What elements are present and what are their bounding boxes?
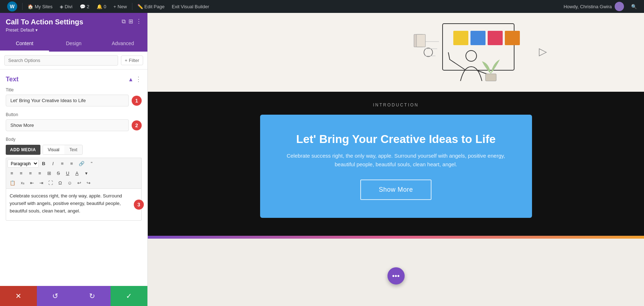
main-layout: Call To Action Settings Preset: Default …	[0, 13, 644, 306]
comment-count: 2	[87, 4, 89, 9]
justify-button[interactable]: ≡	[35, 169, 44, 177]
bold-button[interactable]: B	[39, 159, 48, 168]
toolbar-row3: 📋 x₂ ⇤ ⇥ ⛶ Ω ☺ ↩ ↪	[8, 179, 140, 187]
section-title: Text	[6, 76, 19, 83]
indent-left-button[interactable]: ⇤	[28, 179, 36, 187]
floating-menu-button[interactable]: •••	[387, 267, 405, 285]
text-color-button[interactable]: A	[73, 169, 81, 177]
wp-logo-item[interactable]: W	[4, 0, 20, 13]
subscript-button[interactable]: x₂	[18, 179, 27, 187]
search-input[interactable]	[4, 55, 118, 66]
paragraph-select[interactable]: Paragraph	[8, 159, 39, 168]
preview-area: INTRODUCTION Let' Bring Your Creative Id…	[148, 13, 644, 306]
exit-builder-label: Exit Visual Builder	[172, 4, 209, 9]
my-sites-item[interactable]: 🏠 My Sites	[25, 0, 55, 13]
grid-icon[interactable]: ⊞	[128, 18, 133, 25]
button-field-group: Button 2	[6, 112, 142, 131]
toolbar-row2: ≡ ≡ ≡ ≡ ⊞ S U A ▾	[8, 169, 140, 177]
align-center-button[interactable]: ≡	[17, 169, 25, 177]
expand-button[interactable]: ⛶	[46, 179, 55, 187]
ul-button[interactable]: ≡	[58, 159, 67, 168]
tab-content-label: Content	[16, 40, 33, 46]
visual-tab[interactable]: Visual	[43, 145, 64, 154]
new-label: New	[118, 4, 127, 9]
undo-editor-button[interactable]: ↩	[75, 179, 83, 187]
button-badge: 2	[132, 120, 142, 130]
button-field-label: Button	[6, 112, 142, 117]
window-icon[interactable]: ⧉	[122, 18, 126, 25]
title-input[interactable]	[6, 95, 129, 106]
more-icon[interactable]: ⋮	[136, 18, 142, 25]
body-section: Body ADD MEDIA Visual Text	[6, 137, 142, 221]
preset-label[interactable]: Preset: Default ▾	[6, 28, 83, 33]
text-tab[interactable]: Text	[64, 145, 82, 154]
editor-toolbar-top: ADD MEDIA Visual Text	[6, 145, 142, 155]
cta-title: Let' Bring Your Creative Ideas to Life	[282, 133, 511, 146]
table-button[interactable]: ⊞	[45, 169, 53, 177]
add-media-label: ADD MEDIA	[10, 147, 36, 152]
strikethrough-button[interactable]: S	[54, 169, 63, 177]
svg-point-0	[424, 48, 433, 57]
divi-item[interactable]: ◈ Divi	[57, 0, 75, 13]
cta-button[interactable]: Show More	[360, 180, 432, 200]
svg-marker-7	[539, 49, 546, 56]
svg-rect-2	[453, 31, 468, 45]
italic-button[interactable]: I	[49, 159, 57, 168]
blockquote-button[interactable]: "	[87, 159, 96, 168]
tab-advanced-label: Advanced	[112, 40, 134, 46]
ol-button[interactable]: ≡	[67, 159, 76, 168]
editor-view-tabs: Visual Text	[43, 145, 83, 155]
intro-label: INTRODUCTION	[162, 102, 630, 107]
section-collapse-icon[interactable]: ▴	[129, 75, 132, 83]
redo-button[interactable]: ↻	[74, 286, 111, 306]
svg-rect-1	[443, 24, 514, 70]
panel-footer: ✕ ↺ ↻ ✓	[0, 286, 147, 306]
panel-header-row: Call To Action Settings Preset: Default …	[6, 18, 142, 33]
gradient-bar	[148, 236, 644, 239]
exit-builder-item[interactable]: Exit Visual Builder	[169, 0, 212, 13]
button-input[interactable]	[6, 119, 129, 131]
search-admin-item[interactable]: 🔍	[628, 0, 640, 13]
button-field-row: 2	[6, 119, 142, 131]
svg-rect-3	[470, 31, 486, 45]
panel-header: Call To Action Settings Preset: Default …	[0, 13, 147, 36]
omega-button[interactable]: Ω	[56, 179, 64, 187]
comments-item[interactable]: 💬 2	[77, 0, 92, 13]
redo-editor-button[interactable]: ↪	[84, 179, 93, 187]
divi-label: Divi	[65, 4, 73, 9]
editor-toolbar: Paragraph B I ≡ ≡ 🔗 " ≡ ≡ ≡ ≡ ⊞ S	[6, 158, 142, 188]
tab-advanced[interactable]: Advanced	[98, 36, 147, 52]
separator2	[132, 3, 132, 10]
add-media-button[interactable]: ADD MEDIA	[6, 145, 40, 155]
section-menu-icon[interactable]: ⋮	[135, 75, 142, 83]
dropdown-arrow[interactable]: ▾	[82, 169, 91, 177]
undo-button[interactable]: ↺	[37, 286, 74, 306]
link-button[interactable]: 🔗	[77, 159, 87, 168]
indent-right-button[interactable]: ⇥	[37, 179, 45, 187]
editor-body[interactable]: Celebrate success right, the only way, a…	[6, 188, 142, 221]
howdy-item[interactable]: Howdy, Christina Gwira	[561, 0, 627, 13]
cta-box: Let' Bring Your Creative Ideas to Life C…	[260, 115, 532, 218]
editor-body-wrapper: Celebrate success right, the only way, a…	[6, 188, 142, 221]
edit-page-item[interactable]: ✏️ Edit Page	[135, 0, 167, 13]
align-left-button[interactable]: ≡	[8, 169, 16, 177]
new-item[interactable]: + New	[111, 0, 130, 13]
underline-button[interactable]: U	[63, 169, 72, 177]
align-right-button[interactable]: ≡	[26, 169, 35, 177]
dots-icon: •••	[392, 272, 400, 280]
tab-design[interactable]: Design	[49, 36, 98, 52]
text-tab-label: Text	[69, 147, 77, 152]
notif-item[interactable]: 🔔 0	[94, 0, 109, 13]
bell-icon: 🔔	[97, 4, 102, 9]
paste-button[interactable]: 📋	[8, 179, 18, 187]
filter-icon: +	[125, 58, 128, 63]
tab-content[interactable]: Content	[0, 36, 49, 52]
title-field-group: Title 1	[6, 87, 142, 106]
filter-button[interactable]: + Filter	[121, 56, 143, 65]
body-label: Body	[6, 137, 142, 142]
emoji-button[interactable]: ☺	[65, 179, 74, 187]
edit-page-label: Edit Page	[145, 4, 165, 9]
cancel-button[interactable]: ✕	[0, 286, 37, 306]
howdy-label: Howdy, Christina Gwira	[564, 4, 612, 9]
save-button[interactable]: ✓	[111, 286, 147, 306]
